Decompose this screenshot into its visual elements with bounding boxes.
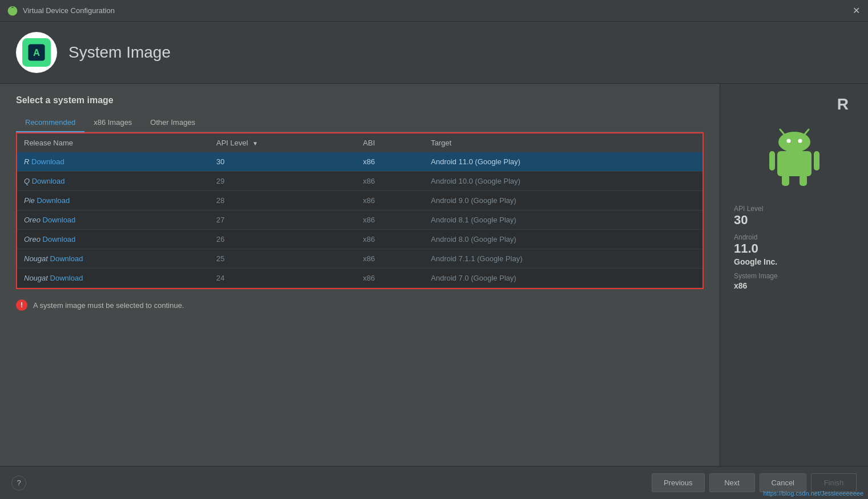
table-row[interactable]: Pie Download28x86Android 9.0 (Google Pla… [17,191,703,210]
abi-cell: x86 [356,230,424,249]
release-name-cell: Oreo Download [17,210,209,230]
tab-recommended[interactable]: Recommended [16,113,84,132]
vendor-label: Google Inc. [734,257,777,266]
api-level-label: API Level [734,205,763,213]
warning-row: ! A system image must be selected to con… [16,289,704,311]
svg-point-7 [798,139,802,143]
download-link[interactable]: Download [50,254,83,263]
table-row[interactable]: R Download30x86Android 11.0 (Google Play… [17,152,703,172]
release-prefix: Nougat [24,254,50,263]
tabs: Recommended x86 Images Other Images [16,113,704,132]
right-panel: R [720,84,868,466]
table-row[interactable]: Nougat Download25x86Android 7.1.1 (Googl… [17,249,703,269]
release-name-cell: Pie Download [17,191,209,210]
abi-cell: x86 [356,172,424,191]
api-level-cell: 24 [209,269,356,288]
download-link[interactable]: Download [37,196,70,205]
header-icon-circle: A [16,32,57,73]
svg-text:A: A [33,47,40,58]
abi-cell: x86 [356,269,424,288]
target-cell: Android 7.1.1 (Google Play) [424,249,703,269]
col-target: Target [424,133,703,152]
android-icon [7,5,18,17]
svg-point-5 [778,132,810,152]
release-name-cell: R Download [17,152,209,172]
abi-cell: x86 [356,191,424,210]
target-cell: Android 9.0 (Google Play) [424,191,703,210]
system-image-value: x86 [734,281,747,290]
table-row[interactable]: Oreo Download26x86Android 8.0 (Google Pl… [17,230,703,249]
release-prefix: Nougat [24,274,50,282]
api-level-cell: 26 [209,230,356,249]
warning-icon: ! [16,299,27,311]
tab-x86-images[interactable]: x86 Images [84,113,141,132]
svg-point-6 [786,139,790,143]
page-title: System Image [68,43,171,62]
left-panel: Select a system image Recommended x86 Im… [0,84,720,466]
api-level-cell: 29 [209,172,356,191]
release-name-cell: Oreo Download [17,230,209,249]
download-link[interactable]: Download [31,157,64,166]
abi-cell: x86 [356,210,424,230]
title-bar: Virtual Device Configuration ✕ [0,0,868,22]
tab-other-images[interactable]: Other Images [141,113,204,132]
api-level-cell: 30 [209,152,356,172]
release-prefix: Pie [24,196,37,205]
system-image-label: System Image [734,272,778,280]
download-link[interactable]: Download [50,274,83,282]
target-cell: Android 11.0 (Google Play) [424,152,703,172]
release-name-cell: Nougat Download [17,249,209,269]
android-robot-icon [763,125,826,188]
svg-rect-11 [782,175,789,186]
section-title: Select a system image [16,95,704,106]
release-prefix: Oreo [24,235,43,244]
close-button[interactable]: ✕ [853,6,860,15]
svg-rect-9 [769,151,775,171]
abi-cell: x86 [356,152,424,172]
svg-rect-8 [777,151,812,176]
release-name-cell: Q Download [17,172,209,191]
next-button[interactable]: Next [709,473,755,492]
warning-text: A system image must be selected to conti… [33,301,184,310]
android-label: Android [734,233,757,241]
release-badge: R [837,95,849,113]
svg-rect-12 [800,175,807,186]
dialog-footer: ? Previous Next Cancel Finish https://bl… [0,466,868,499]
target-cell: Android 10.0 (Google Play) [424,172,703,191]
help-button[interactable]: ? [11,476,26,490]
col-api-level[interactable]: API Level ▼ [209,133,356,152]
api-level-cell: 28 [209,191,356,210]
dialog: A System Image Select a system image Rec… [0,22,868,499]
download-link[interactable]: Download [43,235,76,244]
release-prefix: Oreo [24,216,43,224]
table-row[interactable]: Nougat Download24x86Android 7.0 (Google … [17,269,703,288]
footer-link: https://blog.csdn.net/Jessieeeeeeee [758,488,868,499]
title-bar-text: Virtual Device Configuration [23,6,115,15]
release-prefix: R [24,157,31,166]
table-row[interactable]: Q Download29x86Android 10.0 (Google Play… [17,172,703,191]
api-level-value: 30 [734,213,748,228]
target-cell: Android 7.0 (Google Play) [424,269,703,288]
target-cell: Android 8.0 (Google Play) [424,230,703,249]
release-prefix: Q [24,177,32,185]
android-robot-container [734,125,854,188]
android-value: 11.0 [734,241,758,256]
dialog-content: Select a system image Recommended x86 Im… [0,84,868,466]
dialog-header: A System Image [0,22,868,84]
abi-cell: x86 [356,249,424,269]
system-image-table: Release Name API Level ▼ ABI Target R Do… [17,133,703,288]
previous-button[interactable]: Previous [652,473,705,492]
table-row[interactable]: Oreo Download27x86Android 8.1 (Google Pl… [17,210,703,230]
target-cell: Android 8.1 (Google Play) [424,210,703,230]
api-level-cell: 27 [209,210,356,230]
android-studio-icon: A [22,38,51,67]
release-name-cell: Nougat Download [17,269,209,288]
col-abi: ABI [356,133,424,152]
col-release-name: Release Name [17,133,209,152]
download-link[interactable]: Download [43,216,76,224]
download-link[interactable]: Download [32,177,65,185]
svg-rect-10 [814,151,819,171]
system-image-table-wrapper: Release Name API Level ▼ ABI Target R Do… [16,132,704,289]
api-level-cell: 25 [209,249,356,269]
